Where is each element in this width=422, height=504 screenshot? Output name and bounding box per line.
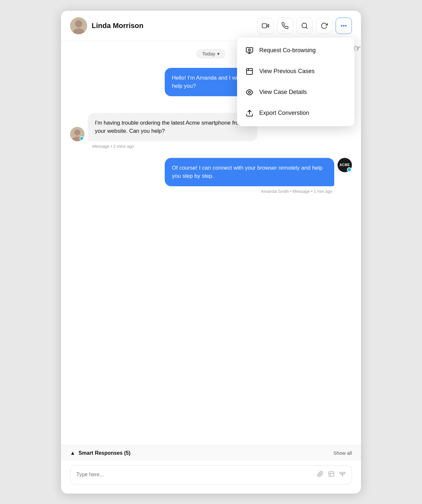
svg-point-8 (343, 25, 344, 26)
badge-dot-3 (347, 167, 352, 172)
message-meta-3: Amanda Smith • Message • 1 min ago (70, 189, 352, 194)
svg-rect-10 (246, 48, 253, 52)
avatar-small-2 (70, 127, 84, 141)
avatar-badge-3: ACME (338, 158, 352, 172)
message-text-3: Of course! I can connect with your brows… (172, 165, 323, 179)
message-input[interactable] (76, 472, 313, 478)
message-meta-2: Message • 2 mins ago (70, 144, 352, 149)
bubble-2: I'm having trouble ordering the latest A… (88, 113, 257, 141)
time-2: 2 mins ago (113, 144, 134, 149)
attach-icon[interactable] (317, 471, 324, 479)
header-actions (257, 18, 352, 34)
svg-rect-20 (329, 471, 334, 476)
input-box (70, 465, 352, 484)
search-button[interactable] (296, 18, 313, 34)
avatar (70, 17, 87, 34)
cobrowse-icon (245, 46, 254, 55)
smart-responses-bar: ▲ Smart Responses (5) Show all (61, 445, 361, 461)
date-badge-button[interactable]: Today ▾ (196, 49, 226, 59)
message-text-2: I'm having trouble ordering the latest A… (95, 120, 243, 134)
bubble-3: Of course! I can connect with your brows… (165, 158, 334, 186)
svg-point-18 (74, 130, 80, 135)
svg-rect-14 (247, 69, 252, 74)
message-group-3: Of course! I can connect with your brows… (70, 158, 352, 194)
show-all-button[interactable]: Show all (333, 450, 352, 456)
message-row-3: Of course! I can connect with your brows… (70, 158, 352, 186)
prev-cases-label: View Previous Cases (259, 68, 315, 75)
cursor-icon: ☞ (354, 43, 361, 53)
channel-3: Message (293, 189, 310, 194)
header: Linda Morrison (61, 11, 361, 41)
svg-point-1 (75, 20, 82, 27)
input-area (61, 461, 361, 494)
note-icon[interactable] (328, 471, 335, 479)
case-details-label: View Case Details (259, 89, 307, 96)
video-button[interactable] (257, 18, 274, 34)
export-label: Export Converstion (259, 110, 309, 116)
app-container: Linda Morrison (61, 11, 361, 494)
case-details-menu-item[interactable]: View Case Details (237, 82, 354, 103)
cobrowse-menu-item[interactable]: Request Co-browsing ☞ (237, 40, 354, 61)
svg-line-6 (306, 27, 307, 28)
chevron-up-icon: ▲ (70, 450, 75, 456)
header-user-name: Linda Morrison (92, 22, 257, 30)
svg-marker-3 (267, 24, 269, 27)
chevron-down-icon: ▾ (217, 51, 220, 57)
svg-point-13 (249, 49, 250, 51)
eye-icon (245, 88, 254, 97)
svg-rect-4 (262, 23, 267, 28)
dropdown-menu: Request Co-browsing ☞ View Previous Case… (237, 38, 354, 126)
svg-point-9 (345, 25, 346, 26)
avatar-text-3: ACME (339, 163, 350, 167)
smart-responses-label[interactable]: ▲ Smart Responses (5) (70, 450, 130, 456)
more-button[interactable] (336, 18, 352, 34)
input-icons (317, 471, 346, 479)
date-label: Today (202, 51, 215, 56)
avatar-dot-2 (80, 136, 84, 141)
time-3: 1 min ago (314, 189, 332, 194)
svg-point-15 (249, 91, 250, 93)
channel-2: Message (92, 144, 110, 149)
svg-point-7 (341, 25, 342, 26)
sender-3: Amanda Smith (261, 189, 289, 194)
smart-responses-text: Smart Responses (5) (79, 450, 130, 456)
sprout-icon[interactable] (339, 471, 346, 479)
prev-cases-menu-item[interactable]: View Previous Cases (237, 61, 354, 82)
phone-button[interactable] (277, 18, 293, 34)
cases-icon (245, 67, 254, 76)
export-icon (245, 109, 254, 118)
export-menu-item[interactable]: Export Converstion (237, 103, 354, 124)
refresh-button[interactable] (316, 18, 332, 34)
cobrowse-label: Request Co-browsing (259, 47, 316, 54)
